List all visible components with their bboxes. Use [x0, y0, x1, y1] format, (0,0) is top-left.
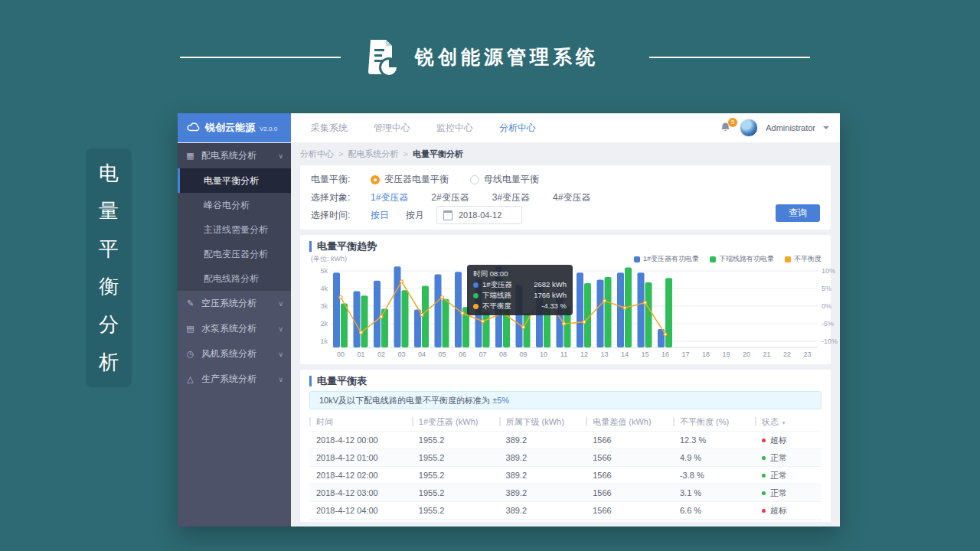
sidebar-group-header[interactable]: ✎空压系统分析∨: [178, 291, 291, 316]
topic-char: 电: [99, 160, 119, 187]
sidebar-group-header[interactable]: ▤水泵系统分析∨: [178, 316, 291, 341]
balance-table-title: 电量平衡表: [309, 376, 822, 386]
sidebar-group: ✎空压系统分析∨: [178, 291, 291, 316]
table-row: 2018-4-12 02:001955.2389.21566-3.8 %正常: [309, 467, 822, 484]
balance-radio[interactable]: 母线电量平衡: [470, 173, 539, 186]
table-cell: 4.9 %: [673, 449, 755, 467]
vertical-topic-tag: 电量平衡分析: [86, 148, 132, 387]
svg-text:23: 23: [803, 350, 811, 358]
date-input[interactable]: [457, 210, 515, 220]
time-mode-option[interactable]: 按月: [406, 209, 424, 222]
report-document-icon: [361, 37, 403, 81]
tooltip-series-value: 1766 kWh: [534, 290, 567, 301]
sidebar-item[interactable]: 峰谷电分析: [178, 193, 291, 217]
table-header-label: 状态: [755, 417, 779, 426]
notification-bell-icon[interactable]: 5: [720, 122, 732, 134]
object-option[interactable]: 2#变压器: [431, 191, 469, 204]
sidebar-item[interactable]: 电量平衡分析: [178, 168, 291, 193]
legend-swatch: [710, 256, 716, 262]
table-header: 1#变压器 (kWh): [412, 412, 499, 432]
status-cell: 超标: [755, 502, 822, 520]
date-picker[interactable]: [436, 206, 522, 224]
table-cell: 1955.2: [412, 432, 499, 449]
object-options: 1#变压器2#变压器3#变压器4#变压器: [371, 191, 590, 204]
svg-text:-5%: -5%: [822, 320, 834, 328]
table-cell: 1955.2: [412, 520, 499, 523]
table-cell: 1955.2: [412, 449, 499, 467]
tooltip-title: 时间 08:00: [473, 269, 567, 279]
tooltip-row: 下端线路1766 kWh: [473, 290, 567, 301]
svg-text:11: 11: [560, 350, 567, 358]
object-option[interactable]: 1#变压器: [371, 191, 408, 204]
topnav-item[interactable]: 分析中心: [499, 122, 536, 135]
time-mode-options: 按日按月: [371, 209, 424, 222]
tooltip-series-label: 不平衡度: [482, 301, 511, 311]
sidebar-group: ◷风机系统分析∨: [178, 341, 291, 367]
chart-legend: 1#变压器有功电量下端线路有功电量不平衡度: [634, 254, 822, 264]
chevron-down-icon: ∨: [278, 300, 283, 308]
table-header-status[interactable]: 状态▼: [755, 412, 822, 432]
sidebar-group-label: 生产系统分析: [201, 373, 256, 386]
breadcrumb-item[interactable]: 分析中心: [300, 148, 334, 160]
table-cell: 2018-4-12 01:00: [309, 449, 412, 467]
tooltip-series-label: 1#变压器: [482, 279, 512, 290]
breadcrumb: 分析中心>配电系统分析>电量平衡分析: [300, 148, 831, 160]
topnav-item[interactable]: 监控中心: [436, 122, 473, 135]
legend-item[interactable]: 下端线路有功电量: [710, 254, 774, 264]
sidebar-item[interactable]: 主进线需量分析: [178, 217, 291, 242]
svg-text:04: 04: [418, 350, 426, 358]
object-option[interactable]: 4#变压器: [553, 191, 590, 204]
table-cell: 12.3 %: [673, 432, 755, 449]
sidebar-group-header[interactable]: ▦配电系统分析∨: [178, 143, 291, 168]
table-cell: 2018-4-12 04:00: [309, 502, 412, 520]
filter-panel: 电量平衡: 变压器电量平衡母线电量平衡 选择对象: 1#变压器2#变压器3#变压…: [300, 165, 831, 230]
chevron-down-icon[interactable]: [823, 126, 829, 129]
svg-text:16: 16: [662, 350, 669, 358]
user-avatar[interactable]: [740, 119, 758, 137]
chart-unit-label: (单位: kWh): [311, 254, 347, 264]
svg-text:02: 02: [377, 350, 385, 358]
page-title: 锐创能源管理系统: [415, 44, 599, 70]
sidebar-group: ▤水泵系统分析∨: [178, 316, 291, 341]
legend-item[interactable]: 1#变压器有功电量: [634, 254, 699, 264]
breadcrumb-item[interactable]: 配电系统分析: [348, 148, 398, 160]
query-button[interactable]: 查询: [776, 204, 820, 222]
svg-text:12: 12: [580, 350, 588, 358]
table-header: 时间: [309, 412, 412, 432]
balance-table: 时间1#变压器 (kWh)所属下级 (kWh)电量差值 (kWh)不平衡度 (%…: [309, 412, 822, 522]
topic-char: 析: [99, 349, 119, 376]
status-badge: 正常: [770, 488, 787, 497]
svg-text:09: 09: [519, 350, 527, 358]
notification-badge: 5: [728, 118, 737, 127]
clock-icon: ◷: [185, 349, 195, 359]
tooltip-series-value: -4.33 %: [541, 301, 567, 311]
tooltip-series-dot: [473, 282, 479, 288]
app-logo[interactable]: 锐创云能源 V2.0.0: [178, 113, 291, 142]
topnav-item[interactable]: 采集系统: [311, 122, 348, 135]
table-header: 不平衡度 (%): [673, 412, 755, 432]
svg-text:08: 08: [499, 350, 507, 358]
table-cell: 6.6 %: [673, 502, 755, 520]
table-cell: 389.2: [499, 502, 586, 520]
status-badge: 超标: [770, 506, 787, 515]
tooltip-series-label: 下端线路: [482, 290, 511, 301]
tooltip-series-value: 2682 kWh: [534, 279, 567, 290]
sidebar-item[interactable]: 配电变压器分析: [178, 242, 291, 266]
username[interactable]: Administrator: [766, 123, 815, 132]
time-mode-option[interactable]: 按日: [371, 209, 389, 222]
standard-notice: 10kV及以下配电线路的电量不平衡度的标准为 ±5%: [309, 391, 822, 409]
table-cell: 389.2: [499, 484, 586, 502]
table-row: 2018-4-12 03:001955.2389.215663.1 %正常: [309, 484, 822, 502]
object-option[interactable]: 3#变压器: [492, 191, 530, 204]
table-row: 2018-4-12 01:001955.2389.215664.9 %正常: [309, 449, 822, 467]
sidebar-item[interactable]: 配电线路分析: [178, 266, 291, 291]
legend-item[interactable]: 不平衡度: [785, 254, 822, 264]
sidebar-group-header[interactable]: △生产系统分析∨: [178, 367, 291, 392]
sort-caret-icon[interactable]: ▼: [781, 420, 786, 425]
balance-radio[interactable]: 变压器电量平衡: [371, 173, 449, 186]
sidebar-group-header[interactable]: ◷风机系统分析∨: [178, 341, 291, 367]
topnav-item[interactable]: 管理中心: [374, 122, 410, 135]
svg-text:19: 19: [722, 350, 730, 358]
breadcrumb-item[interactable]: 电量平衡分析: [413, 148, 463, 160]
app-logo-version: V2.0.0: [260, 126, 277, 132]
